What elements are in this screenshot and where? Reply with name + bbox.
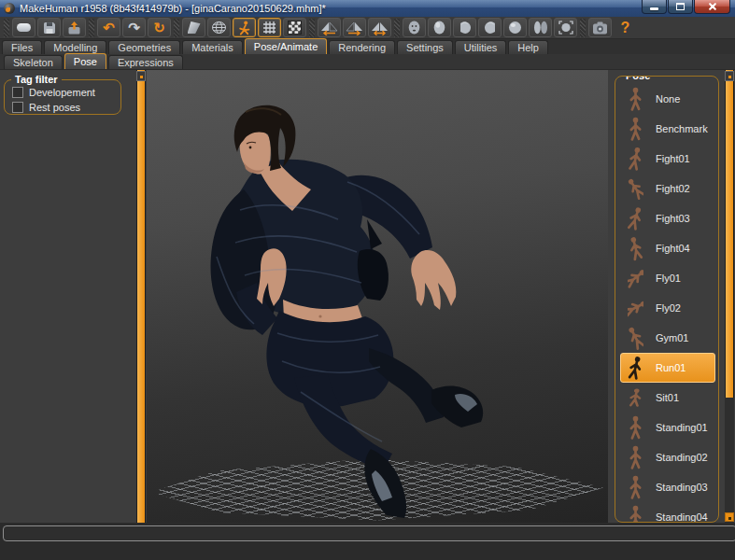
skeleton-grid-icon bbox=[262, 21, 276, 35]
pose-item-standing02[interactable]: Standing02 bbox=[620, 442, 715, 472]
toolbar-grip[interactable] bbox=[4, 19, 9, 37]
tab-geometries[interactable]: Geometries bbox=[108, 40, 180, 54]
orbit-camera-button[interactable] bbox=[554, 18, 577, 37]
pose-running-figure-icon bbox=[237, 21, 252, 35]
load-button[interactable] bbox=[63, 18, 86, 37]
subtab-pose[interactable]: Pose bbox=[64, 53, 106, 69]
camera-icon bbox=[592, 21, 608, 35]
pose-item-run01[interactable]: Run01 bbox=[620, 353, 715, 383]
pose-item-label: None bbox=[656, 93, 680, 105]
character-model bbox=[147, 70, 608, 524]
pose-item-fly02[interactable]: Fly02 bbox=[620, 293, 715, 323]
view-top-button[interactable] bbox=[503, 18, 527, 37]
pose-thumbnail bbox=[628, 475, 643, 500]
pose-list: None Benchmark Fight01 Fight02 Fight03 F… bbox=[615, 84, 719, 523]
pose-item-label: Fight02 bbox=[656, 183, 690, 194]
minimize-button[interactable] bbox=[642, 0, 667, 14]
viewport-3d[interactable] bbox=[147, 70, 608, 524]
reset-button[interactable]: ↻ bbox=[148, 18, 171, 37]
main-tabbar: Files Modelling Geometries Materials Pos… bbox=[0, 39, 735, 54]
pose-group-title: Pose bbox=[622, 76, 654, 81]
pose-thumbnail bbox=[628, 296, 643, 321]
pose-item-label: Benchmark bbox=[656, 123, 708, 134]
subtab-expressions[interactable]: Expressions bbox=[108, 55, 183, 69]
smooth-icon bbox=[188, 21, 201, 34]
pose-item-label: Fly01 bbox=[656, 273, 681, 284]
pose-item-fight03[interactable]: Fight03 bbox=[620, 203, 715, 233]
grab-screenshot-button[interactable] bbox=[588, 18, 612, 37]
background-checker-icon bbox=[288, 21, 302, 35]
pose-scrollbar-top-handle[interactable] bbox=[725, 71, 734, 81]
pose-list-scrollbar[interactable] bbox=[725, 70, 734, 524]
pose-item-label: Sit01 bbox=[656, 392, 679, 403]
pose-mode-button[interactable] bbox=[233, 18, 256, 37]
background-button[interactable] bbox=[283, 18, 306, 37]
view-head-icon bbox=[433, 21, 445, 35]
symmetry-both-button[interactable] bbox=[368, 18, 391, 37]
window-controls bbox=[641, 0, 730, 14]
pose-thumbnail bbox=[628, 236, 643, 261]
new-button[interactable] bbox=[12, 18, 35, 37]
save-button[interactable] bbox=[37, 18, 61, 37]
pose-item-label: Run01 bbox=[656, 362, 686, 373]
redo-button[interactable]: ↷ bbox=[122, 18, 146, 37]
tab-materials[interactable]: Materials bbox=[182, 40, 243, 54]
checkbox-row-developement[interactable]: Developement bbox=[5, 85, 120, 100]
checkbox-row-rest-poses[interactable]: Rest poses bbox=[5, 100, 120, 115]
toolbar: ↶ ↷ ↻ bbox=[0, 17, 735, 39]
tab-files[interactable]: Files bbox=[2, 40, 42, 54]
load-icon bbox=[67, 21, 81, 35]
sub-tabbar: Skeleton Pose Expressions bbox=[0, 54, 735, 69]
tab-modelling[interactable]: Modelling bbox=[44, 40, 106, 54]
pose-item-label: Fight03 bbox=[656, 213, 690, 224]
view-left-icon bbox=[459, 21, 472, 35]
toolbar-separator bbox=[89, 19, 94, 37]
symmetry-right-icon bbox=[320, 21, 338, 35]
pose-item-sit01[interactable]: Sit01 bbox=[620, 383, 715, 413]
tab-help[interactable]: Help bbox=[508, 40, 548, 54]
orbit-camera-icon bbox=[558, 21, 573, 35]
statusbar bbox=[0, 523, 735, 560]
developement-checkbox[interactable] bbox=[12, 87, 23, 98]
view-face-button[interactable] bbox=[403, 18, 426, 37]
pose-item-gym01[interactable]: Gym01 bbox=[620, 323, 715, 353]
pose-item-label: Standing02 bbox=[656, 452, 708, 463]
maximize-button[interactable] bbox=[668, 0, 693, 14]
smooth-button[interactable] bbox=[182, 18, 205, 37]
help-button[interactable]: ? bbox=[614, 18, 637, 37]
save-icon bbox=[43, 21, 56, 35]
pose-thumbnail bbox=[628, 147, 643, 172]
view-pair-button[interactable] bbox=[529, 18, 552, 37]
tab-utilities[interactable]: Utilities bbox=[455, 40, 506, 54]
subtab-skeleton[interactable]: Skeleton bbox=[4, 55, 63, 69]
pose-item-standing03[interactable]: Standing03 bbox=[620, 472, 715, 502]
progress-bar bbox=[3, 525, 735, 541]
pose-item-standing01[interactable]: Standing01 bbox=[620, 413, 715, 442]
pose-item-standing04[interactable]: Standing04 bbox=[620, 502, 715, 523]
view-right-button[interactable] bbox=[478, 18, 502, 37]
pose-item-fight04[interactable]: Fight04 bbox=[620, 233, 715, 263]
pose-item-benchmark[interactable]: Benchmark bbox=[620, 114, 715, 144]
close-button[interactable] bbox=[694, 0, 730, 14]
left-scrollbar-thumb[interactable] bbox=[136, 70, 146, 524]
wireframe-button[interactable] bbox=[207, 18, 231, 37]
left-scrollbar-handle[interactable] bbox=[136, 71, 146, 81]
symmetry-right-button[interactable] bbox=[318, 18, 341, 37]
skeleton-button[interactable] bbox=[258, 18, 281, 37]
left-panel-scrollbar[interactable] bbox=[136, 70, 146, 524]
pose-item-label: Fly02 bbox=[656, 302, 681, 314]
pose-item-fight02[interactable]: Fight02 bbox=[620, 174, 715, 203]
view-left-button[interactable] bbox=[453, 18, 476, 37]
symmetry-left-button[interactable] bbox=[343, 18, 366, 37]
tab-settings[interactable]: Settings bbox=[397, 40, 453, 54]
undo-button[interactable]: ↶ bbox=[97, 18, 120, 37]
tab-pose-animate[interactable]: Pose/Animate bbox=[245, 38, 327, 54]
pose-item-fight01[interactable]: Fight01 bbox=[620, 144, 715, 174]
rest-poses-checkbox[interactable] bbox=[12, 102, 23, 113]
pose-scrollbar-bottom-handle[interactable] bbox=[725, 512, 734, 522]
pose-item-none[interactable]: None bbox=[620, 84, 715, 114]
pose-scrollbar-thumb[interactable] bbox=[725, 70, 734, 398]
view-head-button[interactable] bbox=[428, 18, 451, 37]
pose-item-fly01[interactable]: Fly01 bbox=[620, 263, 715, 293]
tab-rendering[interactable]: Rendering bbox=[329, 40, 395, 54]
